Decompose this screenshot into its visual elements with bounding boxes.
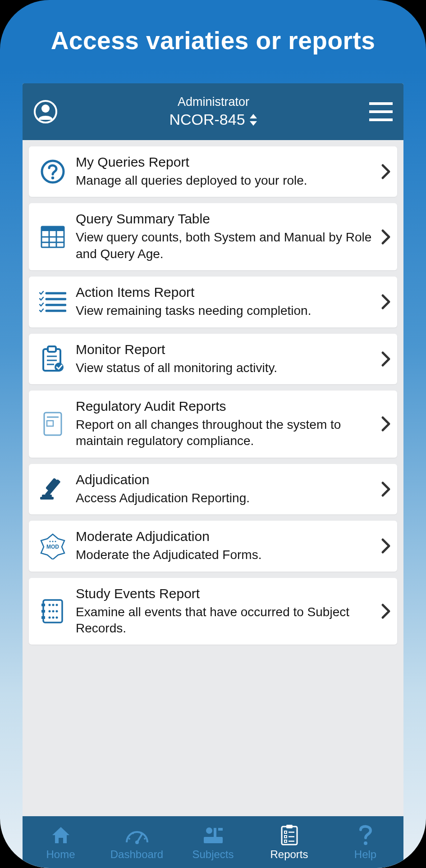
report-desc: Access Adjudication Reporting. <box>76 490 376 506</box>
svg-point-50 <box>128 838 130 840</box>
chevron-right-icon <box>381 351 391 367</box>
svg-point-51 <box>132 832 134 834</box>
svg-rect-57 <box>218 828 223 831</box>
nav-label: Dashboard <box>110 848 163 861</box>
svg-rect-38 <box>41 616 45 619</box>
chevron-right-icon <box>381 416 391 432</box>
report-desc: View query counts, both System and Manua… <box>76 229 376 262</box>
clipboard-list-icon <box>280 824 299 846</box>
report-title: My Queries Report <box>76 155 376 170</box>
svg-point-44 <box>56 610 58 612</box>
chevron-right-icon <box>381 603 391 619</box>
svg-point-49 <box>135 841 139 844</box>
hamburger-icon <box>369 102 393 121</box>
nav-help[interactable]: Help <box>327 824 403 861</box>
chevron-right-icon <box>381 538 391 554</box>
report-action-items[interactable]: Action Items Report View remaining tasks… <box>29 277 397 327</box>
report-query-summary[interactable]: Query Summary Table View query counts, b… <box>29 203 397 270</box>
header-center: Administrator NCOR-845 <box>58 95 369 128</box>
svg-point-34 <box>55 541 56 542</box>
report-title: Study Events Report <box>76 586 376 601</box>
svg-rect-36 <box>41 604 45 606</box>
svg-rect-25 <box>47 421 53 426</box>
report-title: Query Summary Table <box>76 211 376 227</box>
svg-point-41 <box>56 604 58 606</box>
svg-point-33 <box>52 541 53 542</box>
checklist-icon <box>37 291 69 313</box>
nav-label: Subjects <box>192 848 234 861</box>
chevron-right-icon <box>381 164 391 180</box>
profile-button[interactable] <box>33 100 58 124</box>
report-my-queries[interactable]: My Queries Report Manage all queries dep… <box>29 146 397 197</box>
svg-point-45 <box>49 616 51 618</box>
top-bar: Administrator NCOR-845 <box>23 83 403 140</box>
svg-rect-2 <box>369 102 393 105</box>
svg-point-47 <box>56 616 58 618</box>
report-desc: View status of all monitoring activity. <box>76 360 376 376</box>
svg-point-42 <box>49 610 51 612</box>
clipboard-check-icon <box>37 345 69 373</box>
nav-home[interactable]: Home <box>23 824 99 861</box>
report-adjudication[interactable]: Adjudication Access Adjudication Reporti… <box>29 464 397 514</box>
svg-point-66 <box>364 841 367 845</box>
svg-rect-59 <box>286 825 293 828</box>
document-icon <box>37 411 69 437</box>
report-desc: Examine all events that have occurred to… <box>76 604 376 637</box>
svg-rect-8 <box>41 227 64 231</box>
svg-point-39 <box>49 604 51 606</box>
menu-button[interactable] <box>369 102 393 121</box>
svg-point-1 <box>41 105 50 113</box>
svg-rect-60 <box>284 831 287 833</box>
svg-point-6 <box>51 177 54 179</box>
report-title: Adjudication <box>76 472 376 487</box>
sort-icon <box>249 114 258 126</box>
svg-rect-62 <box>284 836 287 838</box>
study-selector[interactable]: NCOR-845 <box>169 111 257 128</box>
nav-label: Help <box>354 848 376 861</box>
svg-point-22 <box>55 363 64 372</box>
report-desc: View remaining tasks needing completion. <box>76 303 376 319</box>
study-label: NCOR-845 <box>169 111 245 128</box>
events-icon <box>37 598 69 624</box>
svg-rect-64 <box>284 840 287 842</box>
question-circle-icon <box>37 159 69 184</box>
banner-title: Access variaties or reports <box>0 0 426 73</box>
report-title: Regulatory Audit Reports <box>76 399 376 414</box>
subjects-icon <box>202 824 224 846</box>
device-frame: Access variaties or reports Administrato… <box>0 0 426 868</box>
report-regulatory-audit[interactable]: Regulatory Audit Reports Report on all c… <box>29 391 397 458</box>
svg-point-40 <box>52 604 55 606</box>
report-moderate-adjudication[interactable]: MOD Moderate Adjudication Moderate the A… <box>29 521 397 571</box>
svg-point-55 <box>206 827 212 834</box>
report-title: Moderate Adjudication <box>76 529 376 544</box>
gavel-icon <box>37 477 69 501</box>
report-title: Monitor Report <box>76 342 376 357</box>
nav-subjects[interactable]: Subjects <box>175 824 251 861</box>
profile-icon <box>33 100 58 124</box>
report-title: Action Items Report <box>76 285 376 300</box>
app-shell: Administrator NCOR-845 <box>23 83 403 868</box>
report-study-events[interactable]: Study Events Report Examine all events t… <box>29 578 397 645</box>
svg-rect-54 <box>204 837 223 843</box>
home-icon <box>50 824 71 846</box>
chevron-right-icon <box>381 229 391 245</box>
report-list: My Queries Report Manage all queries dep… <box>23 140 403 816</box>
report-desc: Manage all queries deployed to your role… <box>76 173 376 189</box>
svg-point-52 <box>140 832 142 834</box>
chevron-right-icon <box>381 294 391 310</box>
svg-rect-18 <box>48 346 56 352</box>
nav-dashboard[interactable]: Dashboard <box>99 824 175 861</box>
svg-point-32 <box>49 541 50 542</box>
nav-reports[interactable]: Reports <box>251 824 327 861</box>
bottom-nav: Home Dashboard Subjects Reports <box>23 816 403 868</box>
nav-label: Reports <box>270 848 308 861</box>
report-monitor[interactable]: Monitor Report View status of all monito… <box>29 334 397 384</box>
svg-point-46 <box>52 616 55 618</box>
svg-point-53 <box>144 838 146 840</box>
role-label: Administrator <box>58 95 369 109</box>
svg-rect-4 <box>369 118 393 121</box>
svg-rect-29 <box>42 495 52 497</box>
nav-label: Home <box>46 848 75 861</box>
svg-point-43 <box>52 610 55 612</box>
chevron-right-icon <box>381 481 391 497</box>
